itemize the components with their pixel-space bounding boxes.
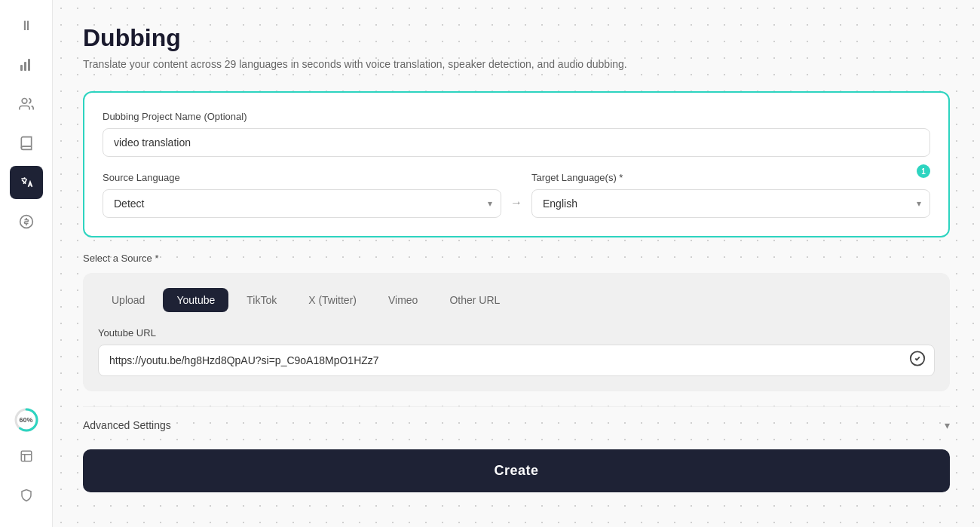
- svg-rect-0: [20, 65, 23, 71]
- tab-other-url[interactable]: Other URL: [436, 288, 513, 312]
- source-language-label: Source Language: [103, 172, 501, 183]
- svg-rect-7: [21, 451, 32, 461]
- book-icon[interactable]: [10, 127, 43, 160]
- users-icon[interactable]: [10, 87, 43, 121]
- shield-icon[interactable]: [10, 479, 43, 512]
- dollar-icon[interactable]: [10, 205, 43, 238]
- source-language-group: Source Language Detect English Spanish F…: [103, 172, 501, 218]
- progress-label: 60%: [19, 416, 32, 424]
- tab-twitter[interactable]: X (Twitter): [295, 288, 370, 312]
- project-card: Dubbing Project Name (Optional) Source L…: [83, 91, 950, 237]
- source-language-select-wrapper: Detect English Spanish French ▾: [103, 189, 501, 218]
- tab-vimeo[interactable]: Vimeo: [375, 288, 431, 312]
- url-input-wrapper: [98, 345, 935, 376]
- create-button[interactable]: Create: [83, 449, 950, 492]
- svg-rect-1: [24, 62, 26, 71]
- source-section-label: Select a Source *: [83, 253, 950, 264]
- project-name-input[interactable]: [103, 128, 930, 157]
- tab-tiktok[interactable]: TikTok: [233, 288, 290, 312]
- advanced-settings-label: Advanced Settings: [83, 419, 171, 431]
- advanced-settings-row[interactable]: Advanced Settings ▾: [83, 406, 950, 443]
- project-name-label: Dubbing Project Name (Optional): [103, 111, 930, 122]
- youtube-url-input[interactable]: [98, 345, 935, 376]
- page-subtitle: Translate your content across 29 languag…: [83, 58, 950, 70]
- svg-point-3: [22, 99, 27, 104]
- svg-rect-2: [28, 59, 30, 71]
- target-language-group: 1 Target Language(s) * English Spanish F…: [531, 172, 930, 218]
- url-check-icon: [909, 351, 926, 371]
- source-tabs: Upload Youtube TikTok X (Twitter) Vimeo …: [98, 288, 935, 312]
- tab-youtube[interactable]: Youtube: [163, 288, 228, 312]
- language-row: Source Language Detect English Spanish F…: [103, 172, 930, 218]
- page-title: Dubbing: [83, 24, 950, 52]
- target-language-label: Target Language(s) *: [531, 172, 930, 183]
- analytics-icon[interactable]: [10, 48, 43, 81]
- progress-circle: 60%: [13, 406, 40, 434]
- advanced-chevron-icon: ▾: [945, 419, 950, 431]
- main-content: Dubbing Translate your content across 29…: [53, 0, 980, 527]
- translate-icon[interactable]: [10, 166, 43, 199]
- target-badge: 1: [917, 164, 930, 178]
- target-language-select[interactable]: English Spanish French German: [531, 189, 930, 218]
- sidebar: ⏸: [0, 0, 53, 527]
- source-section: Select a Source * Upload Youtube TikTok …: [83, 253, 950, 391]
- tab-upload[interactable]: Upload: [98, 288, 158, 312]
- arrow-icon: →: [510, 196, 522, 210]
- pause-icon[interactable]: ⏸: [10, 9, 43, 42]
- source-card: Upload Youtube TikTok X (Twitter) Vimeo …: [83, 273, 950, 391]
- layout-icon[interactable]: [10, 440, 43, 473]
- url-label: Youtube URL: [98, 327, 935, 339]
- source-language-select[interactable]: Detect English Spanish French: [103, 189, 501, 218]
- target-language-select-wrapper: English Spanish French German ▾: [531, 189, 930, 218]
